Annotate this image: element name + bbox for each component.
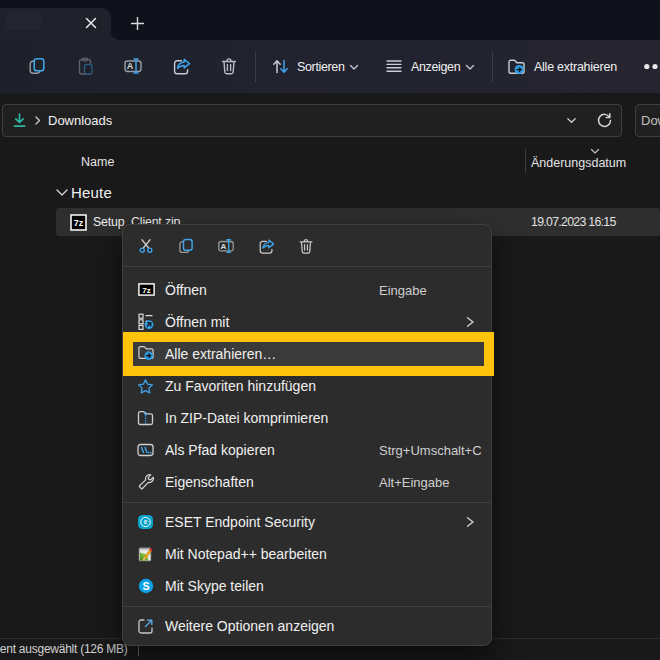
svg-text:A: A: [127, 61, 134, 71]
svg-text:7z: 7z: [142, 286, 150, 295]
svg-text:e: e: [144, 518, 148, 525]
svg-text:7z: 7z: [74, 218, 84, 228]
svg-text:S: S: [142, 580, 149, 592]
svg-text:A: A: [220, 242, 226, 251]
